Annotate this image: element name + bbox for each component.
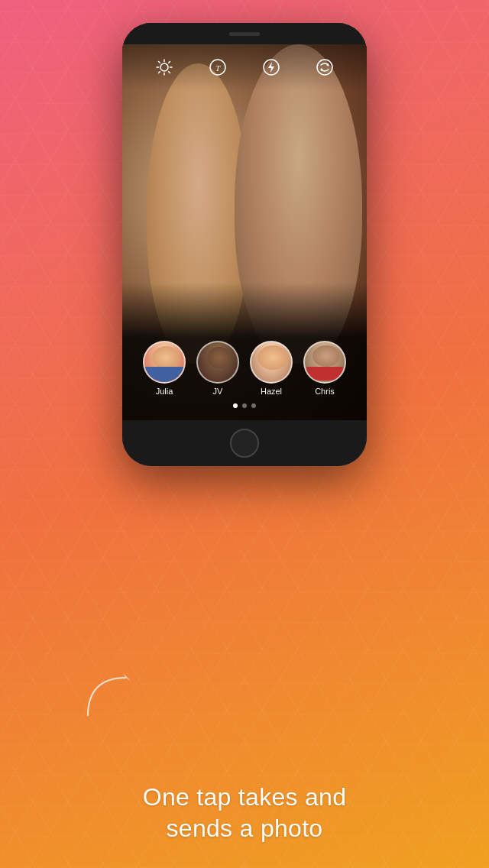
contact-name-jv: JV — [213, 387, 223, 396]
contact-name-chris: Chris — [315, 387, 335, 396]
svg-marker-16 — [123, 673, 131, 681]
phone-speaker — [229, 32, 260, 36]
flip-camera-icon[interactable] — [314, 57, 335, 78]
dot-1 — [233, 403, 238, 408]
svg-text:T: T — [215, 63, 221, 73]
svg-line-7 — [169, 62, 170, 63]
avatar-julia[interactable] — [143, 341, 186, 384]
svg-point-13 — [317, 60, 332, 75]
page-dots — [233, 403, 256, 408]
home-button[interactable] — [230, 429, 259, 458]
svg-line-5 — [159, 62, 160, 63]
contacts-row: Julia JV Hazel Chris — [143, 341, 346, 396]
contact-name-hazel: Hazel — [261, 387, 282, 396]
tagline-section: One tap takes and sends a photo — [0, 782, 489, 845]
dot-2 — [242, 403, 247, 408]
contacts-overlay: Julia JV Hazel Chris — [122, 283, 367, 420]
camera-viewfinder[interactable]: T — [122, 44, 367, 420]
dot-3 — [251, 403, 256, 408]
avatar-chris[interactable] — [303, 341, 346, 384]
phone-shell: T — [122, 23, 367, 466]
svg-point-0 — [160, 63, 168, 71]
phone-top-bar — [122, 23, 367, 44]
contact-hazel[interactable]: Hazel — [250, 341, 293, 396]
tagline-line1: One tap takes and — [143, 783, 347, 811]
brightness-icon[interactable] — [154, 57, 175, 78]
avatar-hazel[interactable] — [250, 341, 293, 384]
avatar-jv[interactable] — [196, 341, 239, 384]
tagline-text: One tap takes and sends a photo — [46, 782, 443, 845]
svg-marker-12 — [268, 62, 274, 73]
arrow-annotation — [80, 670, 134, 727]
page-wrapper: T — [0, 0, 489, 868]
contact-name-julia: Julia — [156, 387, 173, 396]
phone-bottom-bar — [122, 420, 367, 466]
contact-jv[interactable]: JV — [196, 341, 239, 396]
tagline-line2: sends a photo — [167, 815, 323, 842]
svg-line-8 — [159, 72, 160, 73]
text-icon[interactable]: T — [207, 57, 228, 78]
flash-icon[interactable] — [261, 57, 282, 78]
contact-chris[interactable]: Chris — [303, 341, 346, 396]
svg-line-6 — [169, 72, 170, 73]
contact-julia[interactable]: Julia — [143, 341, 186, 396]
camera-toolbar: T — [122, 44, 367, 90]
